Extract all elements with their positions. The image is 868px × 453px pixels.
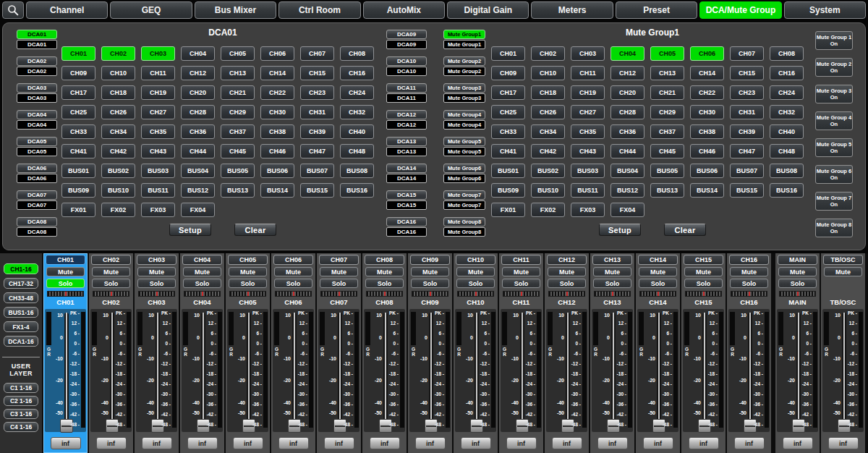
dca-assign-bus07[interactable]: BUS07 (300, 164, 334, 178)
mute-assign-ch14[interactable]: CH14 (690, 66, 724, 80)
mute-assign-ch07[interactable]: CH07 (730, 46, 764, 61)
pan-indicator[interactable] (503, 291, 540, 297)
dca-assign-ch04[interactable]: CH04 (181, 46, 215, 61)
dca-assign-ch33[interactable]: CH33 (61, 124, 95, 139)
strip-channel-button[interactable]: CH06 (273, 255, 313, 265)
strip-channel-button[interactable]: CH08 (365, 255, 404, 265)
strip-channel-button[interactable]: CH03 (137, 255, 176, 265)
pan-indicator[interactable] (93, 291, 129, 297)
tab-ctrl-room[interactable]: Ctrl Room (278, 1, 360, 19)
dca-assign-ch44[interactable]: CH44 (181, 144, 215, 158)
dca-assign-ch01[interactable]: CH01 (61, 46, 95, 61)
mute-assign-bus05[interactable]: BUS05 (650, 164, 684, 178)
mute-assign-bus08[interactable]: BUS08 (770, 164, 804, 178)
mute-assign-ch15[interactable]: CH15 (730, 66, 764, 80)
dca-assign-ch22[interactable]: CH22 (260, 85, 294, 100)
mute-button[interactable]: Mute (502, 267, 540, 276)
mute-assign-ch29[interactable]: CH29 (650, 105, 684, 119)
mute-assign-ch16[interactable]: CH16 (770, 66, 804, 80)
mute-assign-ch25[interactable]: CH25 (491, 105, 525, 119)
mute-assign-ch47[interactable]: CH47 (730, 144, 764, 158)
dca-assign-ch46[interactable]: CH46 (260, 144, 294, 158)
dca-assign-ch26[interactable]: CH26 (101, 105, 135, 119)
dca-assign-ch40[interactable]: CH40 (340, 124, 374, 139)
inf-button[interactable]: inf (142, 437, 172, 449)
layer-button-fx1-4[interactable]: FX1-4 (4, 321, 38, 332)
mute-assign-bus03[interactable]: BUS03 (571, 164, 605, 178)
mute-button[interactable]: Mute (684, 267, 723, 276)
tab-bus-mixer[interactable]: Bus Mixer (195, 1, 276, 19)
mute-assign-ch35[interactable]: CH35 (571, 124, 605, 139)
layer-button-ch17-32[interactable]: CH17-32 (4, 278, 38, 289)
dca-assign-ch16[interactable]: CH16 (340, 66, 374, 80)
mute-assign-ch19[interactable]: CH19 (571, 85, 605, 100)
tab-automix[interactable]: AutoMix (363, 1, 445, 19)
dca-assign-bus01[interactable]: BUS01 (61, 164, 95, 178)
dca-assign-ch21[interactable]: CH21 (221, 85, 255, 100)
inf-button[interactable]: inf (51, 437, 81, 449)
dca-assign-ch24[interactable]: CH24 (340, 85, 374, 100)
dca-assign-bus14[interactable]: BUS14 (260, 183, 294, 198)
dca-assign-ch31[interactable]: CH31 (300, 105, 334, 119)
mute-assign-bus12[interactable]: BUS12 (610, 183, 644, 198)
pan-indicator[interactable] (457, 291, 494, 297)
inf-button[interactable]: inf (689, 437, 719, 449)
mute-assign-fx04[interactable]: FX04 (610, 203, 644, 217)
mute-assign-ch33[interactable]: CH33 (491, 124, 525, 139)
dca-assign-ch20[interactable]: CH20 (181, 85, 215, 100)
dca-assign-bus05[interactable]: BUS05 (221, 164, 255, 178)
mute-button[interactable]: Mute (778, 267, 817, 276)
mute-button[interactable]: Mute (183, 267, 221, 276)
mute-assign-bus15[interactable]: BUS15 (730, 183, 764, 198)
mute-assign-ch03[interactable]: CH03 (571, 46, 605, 61)
dca-assign-ch27[interactable]: CH27 (141, 105, 175, 119)
dca-assign-ch39[interactable]: CH39 (300, 124, 334, 139)
inf-button[interactable]: inf (415, 437, 446, 449)
mute-group-select-button-mute-group3[interactable]: Mute Group3 (443, 83, 485, 93)
inf-button[interactable]: inf (96, 437, 127, 449)
tab-dca-mute-group[interactable]: DCA/Mute Group (699, 1, 781, 19)
mute-assign-ch06[interactable]: CH06 (690, 46, 724, 61)
mute-assign-ch45[interactable]: CH45 (650, 144, 684, 158)
dca-select-button-dca09[interactable]: DCA09 (386, 30, 427, 39)
mute-button[interactable]: Mute (411, 267, 449, 276)
pan-indicator[interactable] (366, 291, 403, 297)
dca-assign-ch32[interactable]: CH32 (340, 105, 374, 119)
mute-assign-ch10[interactable]: CH10 (531, 66, 565, 80)
dca-assign-fx04[interactable]: FX04 (181, 203, 215, 217)
strip-channel-button[interactable]: CH01 (46, 255, 85, 265)
on-button-mute-group-1[interactable]: Mute Group 1On (815, 31, 853, 50)
tab-system[interactable]: System (784, 1, 866, 19)
tab-meters[interactable]: Meters (531, 1, 613, 19)
mute-assign-ch41[interactable]: CH41 (491, 144, 525, 158)
dca-assign-ch25[interactable]: CH25 (61, 105, 95, 119)
inf-button[interactable]: inf (597, 437, 628, 449)
dca-clear-button[interactable]: Clear (234, 224, 276, 236)
mute-assign-bus16[interactable]: BUS16 (770, 183, 804, 198)
pan-indicator[interactable] (320, 291, 357, 297)
mute-assign-ch01[interactable]: CH01 (491, 46, 525, 61)
on-button-mute-group-6[interactable]: Mute Group 6On (815, 165, 853, 184)
dca-assign-bus13[interactable]: BUS13 (221, 183, 255, 198)
tab-geq[interactable]: GEQ (110, 1, 192, 19)
mute-clear-button[interactable]: Clear (664, 224, 706, 236)
mute-assign-ch39[interactable]: CH39 (730, 124, 764, 139)
dca-assign-bus03[interactable]: BUS03 (141, 164, 175, 178)
inf-button[interactable]: inf (370, 437, 400, 449)
solo-button[interactable]: Solo (778, 279, 817, 288)
mute-assign-ch38[interactable]: CH38 (690, 124, 724, 139)
dca-assign-fx03[interactable]: FX03 (141, 203, 175, 217)
strip-channel-button[interactable]: CH11 (501, 255, 541, 265)
inf-button[interactable]: inf (506, 437, 537, 449)
mute-button[interactable]: Mute (229, 267, 267, 276)
inf-button[interactable]: inf (783, 437, 813, 449)
dca-select-button-dca14[interactable]: DCA14 (386, 164, 427, 173)
strip-channel-button[interactable]: CH09 (410, 255, 450, 265)
dca-select-button-dca07[interactable]: DCA07 (17, 190, 57, 200)
mute-assign-ch31[interactable]: CH31 (730, 105, 764, 119)
dca-select-button-dca05[interactable]: DCA05 (17, 137, 57, 146)
mute-assign-ch24[interactable]: CH24 (770, 85, 804, 100)
mute-assign-ch11[interactable]: CH11 (571, 66, 605, 80)
mute-group-select-button-mute-group7[interactable]: Mute Group7 (443, 190, 485, 200)
mute-assign-ch12[interactable]: CH12 (610, 66, 644, 80)
